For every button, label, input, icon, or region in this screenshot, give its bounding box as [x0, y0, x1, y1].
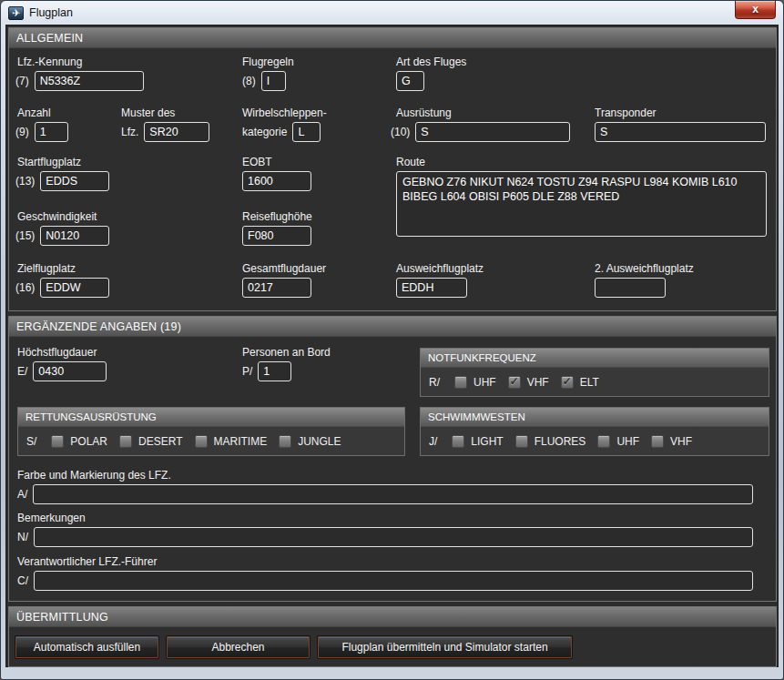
gesamtflugdauer-label: Gesamtflugdauer [242, 262, 326, 275]
anzahl-input[interactable] [35, 122, 68, 142]
lfz-kennung-input[interactable] [35, 71, 144, 91]
group-allgemein-header: ALLGEMEIN [9, 28, 776, 48]
reiseflughoehe-label: Reiseflughöhe [242, 210, 312, 223]
titlebar[interactable]: ✈ Flugplan [1, 1, 783, 25]
app-airplane-icon: ✈ [8, 6, 24, 20]
checkbox-schwimm-vhf-label: VHF [670, 435, 692, 448]
muster-input[interactable] [144, 122, 209, 142]
checkbox-schwimm-light[interactable] [452, 435, 464, 448]
checkbox-schwimm-uhf[interactable] [597, 435, 610, 448]
geschwindigkeit-prefix: (15) [15, 229, 35, 242]
bemerkungen-label: Bemerkungen [17, 512, 753, 524]
checkbox-rettung-polar[interactable] [51, 435, 64, 448]
personen-label: Personen an Bord [242, 346, 331, 359]
ausweichflugplatz-label: Ausweichflugplatz [396, 262, 484, 275]
rettungsausruestung-header: RETTUNGSAUSRÜSTUNG [18, 408, 404, 427]
farbe-prefix: A/ [17, 488, 27, 501]
flugregeln-input[interactable] [261, 71, 286, 91]
bemerkungen-prefix: N/ [17, 531, 28, 543]
group-ergaenzende-header: ERGÄNZENDE ANGABEN (19) [9, 317, 776, 337]
art-des-fluges-label: Art des Fluges [396, 56, 466, 68]
hoechstflugdauer-prefix: E/ [17, 365, 27, 378]
reiseflughoehe-input[interactable] [242, 226, 311, 246]
personen-prefix: P/ [242, 365, 252, 378]
window-title: Flugplan [29, 6, 73, 19]
checkbox-rettung-jungle-label: JUNGLE [298, 435, 341, 448]
checkbox-notfunk-vhf-label: VHF [527, 376, 549, 389]
checkbox-notfunk-uhf[interactable] [454, 376, 467, 389]
verantwortlicher-label: Verantwortlicher LFZ.-Führer [17, 555, 753, 568]
group-ergaenzende: ERGÄNZENDE ANGABEN (19) Höchstflugdauer … [8, 316, 777, 602]
startflugplatz-input[interactable] [40, 171, 109, 191]
wirbelschleppen-label: Wirbelschleppen- [242, 107, 327, 119]
autofill-button[interactable]: Automatisch ausfüllen [15, 636, 158, 658]
art-des-fluges-input[interactable] [396, 71, 424, 91]
ausweichflugplatz2-label: 2. Ausweichflugplatz [595, 262, 694, 275]
ausweichflugplatz2-input[interactable] [595, 278, 666, 298]
close-button[interactable]: x [735, 1, 776, 19]
group-uebermittlung: ÜBERMITTLUNG Automatisch ausfüllen Abbre… [8, 606, 777, 667]
eobt-input[interactable] [242, 171, 311, 191]
ausruestung-input[interactable] [415, 122, 570, 142]
route-label: Route [396, 156, 767, 168]
startflugplatz-label: Startflugplatz [17, 156, 109, 168]
checkbox-notfunk-uhf-label: UHF [473, 376, 496, 389]
checkbox-rettung-maritime-label: MARITIME [214, 435, 268, 448]
ausweichflugplatz-input[interactable] [396, 278, 467, 298]
lfz-kennung-label: Lfz.-Kennung [17, 56, 144, 68]
checkbox-rettung-desert[interactable] [119, 435, 132, 448]
wirbelschleppen-input[interactable] [292, 122, 321, 142]
eobt-label: EOBT [242, 156, 311, 168]
zielflugplatz-input[interactable] [40, 278, 109, 298]
checkbox-notfunk-elt[interactable] [561, 376, 574, 389]
ausruestung-prefix: (10) [391, 126, 410, 138]
verantwortlicher-prefix: C/ [17, 574, 28, 587]
farbe-input[interactable] [33, 484, 753, 504]
schwimmwesten-header: SCHWIMMWESTEN [421, 408, 769, 427]
notfunkfrequenz-header: NOTFUNKFREQUENZ [421, 349, 769, 368]
farbe-label: Farbe und Markierung des LFZ. [17, 469, 753, 482]
transponder-label: Transponder [595, 107, 766, 119]
startflugplatz-prefix: (13) [15, 175, 35, 188]
geschwindigkeit-label: Geschwindigkeit [17, 210, 109, 223]
checkbox-rettung-maritime[interactable] [195, 435, 208, 448]
checkbox-schwimm-fluores-label: FLUORES [535, 435, 586, 448]
schwimm-prefix: J/ [429, 435, 437, 448]
anzahl-label: Anzahl [17, 107, 68, 119]
client-area: ALLGEMEIN Lfz.-Kennung (7) Flugregeln (8… [5, 25, 779, 667]
checkbox-schwimm-uhf-label: UHF [616, 435, 639, 448]
cancel-button[interactable]: Abbrechen [167, 636, 310, 658]
gesamtflugdauer-input[interactable] [242, 278, 311, 298]
wirbelschleppen-prefix: kategorie [242, 126, 287, 138]
transponder-input[interactable] [595, 122, 766, 142]
checkbox-rettung-desert-label: DESERT [138, 435, 182, 448]
verantwortlicher-input[interactable] [34, 571, 753, 591]
flugregeln-prefix: (8) [242, 75, 256, 87]
checkbox-notfunk-vhf[interactable] [508, 376, 521, 389]
notfunk-prefix: R/ [429, 376, 440, 389]
rettung-prefix: S/ [26, 435, 36, 448]
personen-input[interactable] [258, 361, 291, 381]
zielflugplatz-label: Zielflugplatz [17, 262, 109, 275]
hoechstflugdauer-input[interactable] [33, 361, 107, 381]
flugregeln-label: Flugregeln [242, 56, 294, 68]
group-uebermittlung-header: ÜBERMITTLUNG [9, 607, 776, 627]
subgroup-notfunkfrequenz: NOTFUNKFREQUENZ R/ UHF VHF [420, 348, 769, 397]
lfz-kennung-prefix: (7) [15, 75, 29, 87]
checkbox-schwimm-light-label: LIGHT [471, 435, 503, 448]
checkbox-notfunk-elt-label: ELT [580, 376, 599, 389]
subgroup-schwimmwesten: SCHWIMMWESTEN J/ LIGHT FLUORES [420, 407, 769, 456]
checkbox-rettung-jungle[interactable] [279, 435, 291, 448]
submit-and-start-button[interactable]: Flugplan übermitteln und Simulator start… [318, 636, 572, 658]
anzahl-prefix: (9) [15, 126, 29, 138]
checkbox-schwimm-fluores[interactable] [515, 435, 528, 448]
route-input[interactable]: GEBNO Z76 NIKUT N624 TOSTU Z94 RASPU L98… [396, 171, 767, 237]
bemerkungen-input[interactable] [34, 527, 753, 547]
checkbox-schwimm-vhf[interactable] [651, 435, 664, 448]
hoechstflugdauer-label: Höchstflugdauer [17, 346, 107, 359]
geschwindigkeit-input[interactable] [40, 226, 109, 246]
muster-prefix: Lfz. [121, 126, 138, 138]
checkbox-rettung-polar-label: POLAR [70, 435, 107, 448]
subgroup-rettungsausruestung: RETTUNGSAUSRÜSTUNG S/ POLAR DESERT [17, 407, 405, 456]
zielflugplatz-prefix: (16) [15, 281, 35, 294]
